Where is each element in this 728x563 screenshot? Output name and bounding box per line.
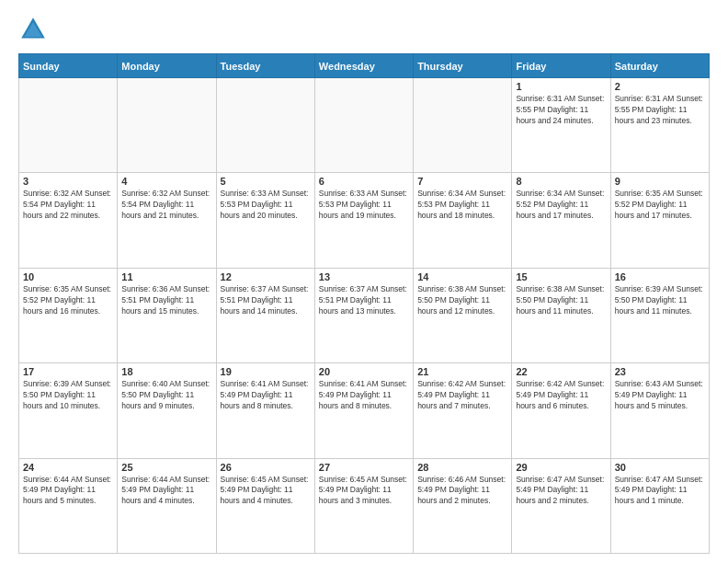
day-info: Sunrise: 6:37 AM Sunset: 5:51 PM Dayligh… — [221, 284, 311, 317]
day-number: 12 — [221, 271, 311, 282]
day-number: 19 — [221, 366, 311, 377]
calendar-cell: 9Sunrise: 6:35 AM Sunset: 5:52 PM Daylig… — [610, 173, 709, 268]
day-info: Sunrise: 6:35 AM Sunset: 5:52 PM Dayligh… — [615, 189, 705, 222]
weekday-header-row: SundayMondayTuesdayWednesdayThursdayFrid… — [19, 54, 710, 78]
calendar-cell: 12Sunrise: 6:37 AM Sunset: 5:51 PM Dayli… — [216, 268, 314, 362]
day-number: 29 — [516, 462, 606, 473]
calendar-cell: 1Sunrise: 6:31 AM Sunset: 5:55 PM Daylig… — [512, 78, 610, 173]
day-info: Sunrise: 6:32 AM Sunset: 5:54 PM Dayligh… — [121, 189, 211, 222]
calendar-cell: 27Sunrise: 6:45 AM Sunset: 5:49 PM Dayli… — [314, 458, 413, 553]
calendar-cell: 6Sunrise: 6:33 AM Sunset: 5:53 PM Daylig… — [314, 173, 413, 268]
calendar-cell: 22Sunrise: 6:42 AM Sunset: 5:49 PM Dayli… — [512, 363, 610, 458]
calendar-cell — [118, 78, 216, 173]
day-number: 11 — [121, 271, 211, 282]
day-number: 1 — [516, 81, 606, 92]
calendar-week-4: 24Sunrise: 6:44 AM Sunset: 5:49 PM Dayli… — [19, 458, 710, 553]
day-number: 24 — [23, 462, 113, 473]
calendar-cell: 14Sunrise: 6:38 AM Sunset: 5:50 PM Dayli… — [414, 268, 512, 362]
day-number: 8 — [516, 176, 606, 187]
calendar-cell: 15Sunrise: 6:38 AM Sunset: 5:50 PM Dayli… — [512, 268, 610, 362]
day-info: Sunrise: 6:47 AM Sunset: 5:49 PM Dayligh… — [615, 475, 705, 508]
calendar-cell: 30Sunrise: 6:47 AM Sunset: 5:49 PM Dayli… — [610, 458, 709, 553]
calendar-week-1: 3Sunrise: 6:32 AM Sunset: 5:54 PM Daylig… — [19, 173, 710, 268]
day-number: 21 — [417, 366, 507, 377]
day-number: 2 — [615, 81, 705, 92]
day-number: 15 — [516, 271, 606, 282]
day-number: 14 — [417, 271, 507, 282]
day-number: 27 — [319, 462, 409, 473]
day-number: 25 — [121, 462, 211, 473]
day-number: 16 — [615, 271, 705, 282]
day-info: Sunrise: 6:47 AM Sunset: 5:49 PM Dayligh… — [516, 475, 606, 508]
calendar-cell: 19Sunrise: 6:41 AM Sunset: 5:49 PM Dayli… — [216, 363, 314, 458]
day-info: Sunrise: 6:44 AM Sunset: 5:49 PM Dayligh… — [121, 475, 211, 508]
day-number: 18 — [121, 366, 211, 377]
day-info: Sunrise: 6:39 AM Sunset: 5:50 PM Dayligh… — [615, 284, 705, 317]
logo — [18, 15, 53, 44]
calendar-week-3: 17Sunrise: 6:39 AM Sunset: 5:50 PM Dayli… — [19, 363, 710, 458]
weekday-header-wednesday: Wednesday — [314, 54, 413, 78]
calendar-cell: 2Sunrise: 6:31 AM Sunset: 5:55 PM Daylig… — [610, 78, 709, 173]
calendar-cell: 17Sunrise: 6:39 AM Sunset: 5:50 PM Dayli… — [19, 363, 118, 458]
day-info: Sunrise: 6:38 AM Sunset: 5:50 PM Dayligh… — [417, 284, 507, 317]
day-info: Sunrise: 6:31 AM Sunset: 5:55 PM Dayligh… — [516, 94, 606, 127]
day-info: Sunrise: 6:41 AM Sunset: 5:49 PM Dayligh… — [319, 379, 409, 412]
weekday-header-thursday: Thursday — [414, 54, 512, 78]
day-number: 23 — [615, 366, 705, 377]
calendar-cell: 3Sunrise: 6:32 AM Sunset: 5:54 PM Daylig… — [19, 173, 118, 268]
calendar-cell: 5Sunrise: 6:33 AM Sunset: 5:53 PM Daylig… — [216, 173, 314, 268]
day-number: 26 — [221, 462, 311, 473]
day-info: Sunrise: 6:31 AM Sunset: 5:55 PM Dayligh… — [615, 94, 705, 127]
day-number: 20 — [319, 366, 409, 377]
calendar-cell: 26Sunrise: 6:45 AM Sunset: 5:49 PM Dayli… — [216, 458, 314, 553]
weekday-header-monday: Monday — [118, 54, 216, 78]
calendar-cell — [216, 78, 314, 173]
calendar-cell: 23Sunrise: 6:43 AM Sunset: 5:49 PM Dayli… — [610, 363, 709, 458]
day-info: Sunrise: 6:37 AM Sunset: 5:51 PM Dayligh… — [319, 284, 409, 317]
day-number: 7 — [417, 176, 507, 187]
weekday-header-saturday: Saturday — [610, 54, 709, 78]
day-info: Sunrise: 6:42 AM Sunset: 5:49 PM Dayligh… — [516, 379, 606, 412]
page: SundayMondayTuesdayWednesdayThursdayFrid… — [0, 0, 728, 563]
day-number: 10 — [23, 271, 113, 282]
calendar-week-0: 1Sunrise: 6:31 AM Sunset: 5:55 PM Daylig… — [19, 78, 710, 173]
calendar-cell: 8Sunrise: 6:34 AM Sunset: 5:52 PM Daylig… — [512, 173, 610, 268]
day-number: 3 — [23, 176, 113, 187]
calendar-cell — [314, 78, 413, 173]
calendar-cell: 21Sunrise: 6:42 AM Sunset: 5:49 PM Dayli… — [414, 363, 512, 458]
day-info: Sunrise: 6:42 AM Sunset: 5:49 PM Dayligh… — [417, 379, 507, 412]
calendar-cell: 13Sunrise: 6:37 AM Sunset: 5:51 PM Dayli… — [314, 268, 413, 362]
day-number: 4 — [121, 176, 211, 187]
day-info: Sunrise: 6:32 AM Sunset: 5:54 PM Dayligh… — [23, 189, 113, 222]
day-info: Sunrise: 6:45 AM Sunset: 5:49 PM Dayligh… — [221, 475, 311, 508]
weekday-header-friday: Friday — [512, 54, 610, 78]
day-info: Sunrise: 6:34 AM Sunset: 5:52 PM Dayligh… — [516, 189, 606, 222]
day-info: Sunrise: 6:41 AM Sunset: 5:49 PM Dayligh… — [221, 379, 311, 412]
logo-icon — [18, 15, 48, 44]
calendar-cell: 18Sunrise: 6:40 AM Sunset: 5:50 PM Dayli… — [118, 363, 216, 458]
day-info: Sunrise: 6:34 AM Sunset: 5:53 PM Dayligh… — [417, 189, 507, 222]
calendar-table: SundayMondayTuesdayWednesdayThursdayFrid… — [18, 53, 710, 554]
calendar-cell: 24Sunrise: 6:44 AM Sunset: 5:49 PM Dayli… — [19, 458, 118, 553]
day-info: Sunrise: 6:44 AM Sunset: 5:49 PM Dayligh… — [23, 475, 113, 508]
weekday-header-sunday: Sunday — [19, 54, 118, 78]
calendar-cell: 11Sunrise: 6:36 AM Sunset: 5:51 PM Dayli… — [118, 268, 216, 362]
calendar-cell: 29Sunrise: 6:47 AM Sunset: 5:49 PM Dayli… — [512, 458, 610, 553]
day-info: Sunrise: 6:40 AM Sunset: 5:50 PM Dayligh… — [121, 379, 211, 412]
header — [18, 15, 710, 44]
day-info: Sunrise: 6:33 AM Sunset: 5:53 PM Dayligh… — [319, 189, 409, 222]
calendar-cell: 16Sunrise: 6:39 AM Sunset: 5:50 PM Dayli… — [610, 268, 709, 362]
weekday-header-tuesday: Tuesday — [216, 54, 314, 78]
day-number: 6 — [319, 176, 409, 187]
calendar-week-2: 10Sunrise: 6:35 AM Sunset: 5:52 PM Dayli… — [19, 268, 710, 362]
day-info: Sunrise: 6:35 AM Sunset: 5:52 PM Dayligh… — [23, 284, 113, 317]
day-info: Sunrise: 6:43 AM Sunset: 5:49 PM Dayligh… — [615, 379, 705, 412]
day-number: 17 — [23, 366, 113, 377]
calendar-cell: 4Sunrise: 6:32 AM Sunset: 5:54 PM Daylig… — [118, 173, 216, 268]
calendar-cell: 25Sunrise: 6:44 AM Sunset: 5:49 PM Dayli… — [118, 458, 216, 553]
calendar-cell — [414, 78, 512, 173]
calendar-cell: 10Sunrise: 6:35 AM Sunset: 5:52 PM Dayli… — [19, 268, 118, 362]
day-number: 22 — [516, 366, 606, 377]
day-info: Sunrise: 6:36 AM Sunset: 5:51 PM Dayligh… — [121, 284, 211, 317]
calendar-cell — [19, 78, 118, 173]
